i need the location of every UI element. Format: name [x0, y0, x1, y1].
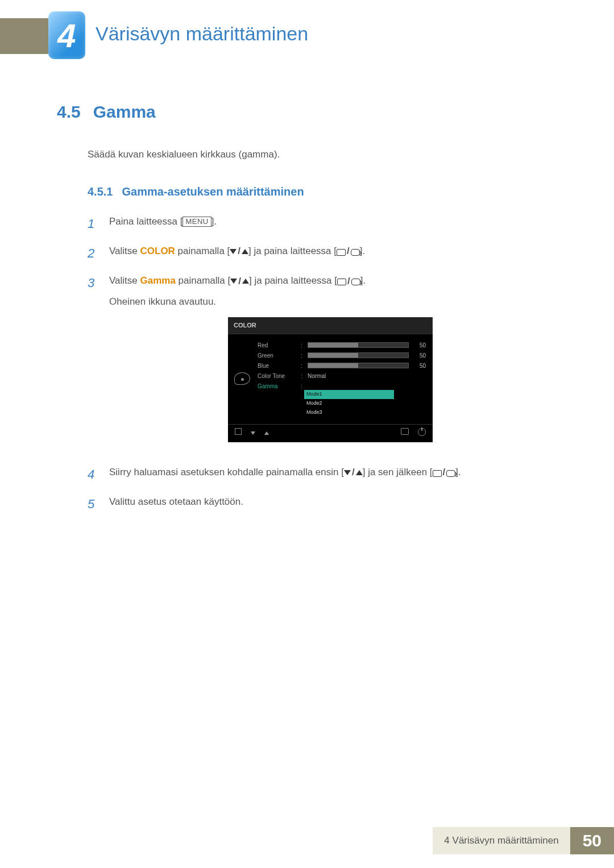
footer-chapter-label: 4 Värisävyn määrittäminen — [433, 827, 570, 854]
osd-label-highlight: Gamma — [258, 382, 297, 391]
osd-text-value: Normal — [308, 372, 409, 381]
step-text: ] ja sen jälkeen [ — [363, 467, 433, 477]
step-number: 3 — [88, 273, 98, 455]
section-number: 4.5 — [57, 102, 81, 122]
osd-mode-option: Mode2 — [304, 399, 394, 408]
section-heading: 4.5 Gamma — [57, 102, 551, 122]
step-4: 4 Siirry haluamasi asetuksen kohdalle pa… — [88, 465, 551, 484]
step-number: 5 — [88, 495, 98, 514]
source-enter-icon: / — [433, 465, 456, 480]
step-followup: Oheinen ikkuna avautuu. — [109, 294, 551, 309]
osd-row-blue: Blue : 50 — [258, 360, 426, 371]
osd-label: Green — [258, 351, 297, 360]
step-3: 3 Valitse Gamma painamalla [/] ja paina … — [88, 273, 551, 455]
osd-slider — [308, 342, 409, 348]
osd-slider — [308, 352, 409, 358]
source-enter-icon: / — [337, 274, 360, 289]
step-text: Valitse — [109, 275, 140, 286]
chapter-number: 4 — [57, 16, 76, 55]
osd-title: COLOR — [228, 317, 433, 334]
step-number: 4 — [88, 465, 98, 484]
source-enter-icon: / — [337, 244, 360, 259]
subsection-title: Gamma-asetuksen määrittäminen — [122, 185, 304, 198]
subsection-number: 4.5.1 — [88, 185, 113, 198]
emphasis-color: COLOR — [140, 246, 175, 256]
osd-mode-selected: Mode1 — [304, 390, 394, 399]
step-1: 1 Paina laitteessa [MENU]. — [88, 214, 551, 234]
up-icon — [264, 428, 269, 439]
enter-icon — [401, 428, 409, 439]
step-text: Valittu asetus otetaan käyttöön. — [109, 495, 551, 514]
step-text: ] ja paina laitteessa [ — [248, 246, 337, 256]
osd-label: Blue — [258, 362, 297, 371]
palette-icon — [234, 372, 250, 385]
step-text: ]. — [360, 246, 365, 256]
osd-row-colortone: Color Tone : Normal — [258, 371, 426, 381]
page-footer: 4 Värisävyn määrittäminen 50 — [433, 827, 614, 854]
step-text: painamalla [ — [176, 275, 230, 286]
osd-nav-bar — [228, 424, 433, 440]
step-text: Paina laitteessa [ — [109, 216, 182, 227]
chapter-number-badge: 4 — [48, 11, 85, 59]
osd-row-red: Red : 50 — [258, 340, 426, 350]
osd-value: 50 — [412, 341, 426, 350]
step-2: 2 Valitse COLOR painamalla [/] ja paina … — [88, 244, 551, 263]
step-text: ]. — [211, 216, 217, 227]
footer-page-number: 50 — [570, 827, 614, 854]
step-number: 2 — [88, 244, 98, 263]
step-text: Valitse — [109, 246, 140, 256]
back-icon — [235, 428, 242, 439]
osd-label: Color Tone — [258, 372, 297, 381]
osd-screenshot: COLOR Red : 50 — [228, 317, 433, 442]
osd-label: Red — [258, 341, 297, 350]
osd-mode-list: Mode1 Mode2 Mode3 — [304, 390, 426, 417]
osd-value: 50 — [412, 351, 426, 360]
down-up-arrows-icon: / — [230, 274, 249, 289]
step-text: ]. — [360, 275, 366, 286]
osd-row-green: Green : 50 — [258, 350, 426, 360]
osd-mode-option: Mode3 — [304, 408, 394, 417]
step-5: 5 Valittu asetus otetaan käyttöön. — [88, 495, 551, 514]
section-title: Gamma — [93, 102, 156, 122]
subsection-heading: 4.5.1 Gamma-asetuksen määrittäminen — [88, 185, 551, 198]
emphasis-gamma: Gamma — [140, 275, 176, 286]
down-up-arrows-icon: / — [230, 244, 248, 259]
menu-button-label: MENU — [182, 217, 211, 227]
chapter-title: Värisävyn määrittäminen — [96, 23, 308, 45]
step-text: Siirry haluamasi asetuksen kohdalle pain… — [109, 467, 344, 477]
down-up-arrows-icon: / — [344, 465, 363, 480]
step-text: ] ja paina laitteessa [ — [249, 275, 337, 286]
down-icon — [251, 428, 255, 439]
step-number: 1 — [88, 214, 98, 234]
step-text: ]. — [455, 467, 460, 477]
osd-slider — [308, 363, 409, 368]
step-text: painamalla [ — [175, 246, 230, 256]
section-intro: Säädä kuvan keskialueen kirkkaus (gamma)… — [88, 149, 551, 160]
osd-value: 50 — [412, 362, 426, 371]
power-icon — [418, 428, 426, 439]
